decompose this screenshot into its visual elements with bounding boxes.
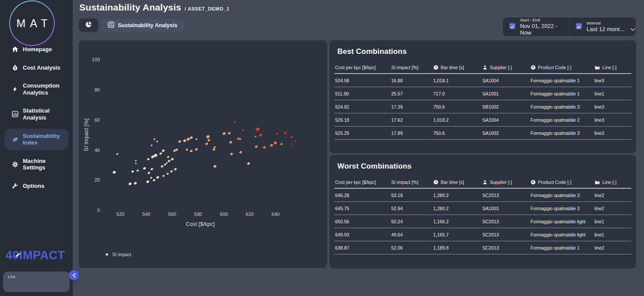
table-cell: 25.57 (391, 91, 433, 96)
table-cell: 17.62 (391, 117, 433, 123)
table-cell: SA1003 (482, 130, 531, 136)
table-cell: Formaggio spalmabile 2 (531, 117, 594, 123)
sidebar-item-consumption-analytics[interactable]: Consumption Analytics (4, 78, 68, 100)
clock-icon (433, 65, 439, 70)
table-cell: 17.39 (391, 104, 433, 109)
leaf-icon (11, 136, 18, 143)
sidebar-item-sustainability-index[interactable]: Sustainability Index (4, 129, 68, 150)
table-cell: SC2013 (482, 219, 531, 224)
table-cell: 53.18 (391, 193, 433, 198)
factory-line-icon (594, 64, 600, 70)
table-row: 650.5650.241,166.2SC2013Formaggio spalma… (334, 215, 631, 228)
clock-icon (433, 180, 439, 185)
table-cell: 524.82 (335, 104, 391, 109)
table-cell: Formaggio spalmabile 3 (531, 104, 594, 109)
table-cell: line1 (594, 91, 630, 96)
table-cell: SA1001 (482, 91, 531, 96)
svg-text:40: 40 (95, 148, 100, 153)
best-combinations-table: Cost per kpc [$/kpc]SI impact [%]Bar tim… (334, 61, 631, 140)
svg-text:SI Impact [%]: SI Impact [%] (83, 119, 89, 151)
page-title: Sustainability Analysis / ASSET_DEMO_1 (79, 2, 230, 13)
table-cell: 52.06 (391, 245, 433, 250)
app-logo: MAT (9, 0, 55, 46)
table-cell: line3 (594, 104, 630, 109)
brand-logo-text: 40IMPACT (6, 249, 65, 262)
interval-label: Interval (587, 21, 635, 25)
table-cell: SC2013 (482, 193, 531, 198)
table-cell: line3 (594, 78, 630, 83)
svg-text:Cost [$/kpc]: Cost [$/kpc] (186, 221, 215, 227)
table-cell: 1,189.8 (433, 245, 482, 250)
page-title-text: Sustainability Analysis (79, 2, 181, 13)
chevron-down-icon[interactable] (630, 26, 635, 32)
product-code-icon: P (531, 65, 536, 70)
table-cell: line2 (594, 193, 630, 198)
svg-text:P: P (532, 180, 534, 184)
table-cell: 717.0 (433, 91, 482, 96)
svg-text:100: 100 (92, 57, 100, 62)
calendar-interval-icon (575, 22, 583, 32)
supplier-icon (482, 65, 488, 70)
column-header: Line [-] (594, 64, 630, 70)
table-row: 645.7552.941,280.2SA1003Formaggio spalma… (334, 202, 631, 215)
table-cell: 645.75 (335, 206, 391, 211)
tab-overview[interactable] (79, 18, 98, 32)
table-cell: 1,280.2 (433, 193, 482, 198)
calendar-check-icon (509, 22, 516, 32)
sidebar-item-machine-settings[interactable]: Machine Settings (4, 154, 68, 175)
table-cell: Formaggio spalmabile 3 (531, 206, 594, 211)
sidebar-nav: Homepage $ Cost Analysis Consumption Ana… (0, 42, 73, 197)
table-cell: 52.94 (391, 206, 433, 211)
bolt-icon (11, 86, 18, 92)
svg-text:P: P (532, 66, 534, 69)
table-row: 646.2853.181,280.2SC2013Formaggio spalma… (334, 189, 631, 202)
tab-sustainability-analysis[interactable]: Sustainability Analysis (101, 18, 184, 32)
best-combinations-card: Best Combinations Cost per kpc [$/kpc]SI… (329, 40, 636, 153)
table-cell: SA1004 (482, 117, 531, 123)
tab-bar: Sustainability Analysis (79, 18, 184, 32)
date-range-picker[interactable]: Start - End Nov 01, 2022 - Now (503, 18, 569, 36)
sidebar-item-statistical-analysis[interactable]: Statistical Analysis (4, 103, 68, 125)
svg-text:620: 620 (246, 211, 254, 217)
table-cell: line1 (594, 219, 630, 224)
table-row: 524.5816.881,018.1SA1004Formaggio spalma… (334, 74, 631, 87)
column-header: Cost per kpc [$/kpc] (335, 65, 391, 70)
sidebar-item-options[interactable]: Options (4, 179, 68, 194)
sidebar-item-label: Homepage (23, 46, 52, 53)
table-row: 649.9349.641,165.7SC2013Formaggio spalma… (334, 228, 631, 241)
svg-text:520: 520 (117, 211, 124, 217)
table-cell: Formaggio spalmabile 3 (531, 193, 594, 198)
table-cell: 16.88 (391, 78, 433, 83)
table-cell: line2 (594, 206, 630, 211)
table-row: 511.9025.57717.0SA1001Formaggio spalmabi… (334, 87, 631, 100)
table-cell: Formaggio spalmabile 1 (531, 78, 594, 83)
interval-select[interactable]: Interval Last 12 mont... (570, 21, 636, 32)
table-cell: line1 (594, 232, 630, 237)
product-code-icon: P (531, 180, 536, 185)
column-header: Line [-] (594, 179, 630, 185)
column-header: Bar time [s] (433, 65, 482, 70)
column-header: Supplier [-] (482, 65, 531, 70)
table-cell: Formaggio spalmabile light (531, 219, 594, 224)
line-legend-label: Line (8, 275, 15, 279)
collapse-sidebar-button[interactable] (69, 270, 79, 280)
svg-text:SI impact: SI impact (112, 252, 131, 257)
best-combinations-title: Best Combinations (329, 40, 636, 56)
table-row: 526.1817.621,018.2SA1004Formaggio spalma… (334, 113, 631, 127)
table-cell: 526.18 (335, 117, 391, 123)
svg-text:$: $ (14, 67, 16, 70)
sidebar-item-label: Consumption Analytics (23, 82, 65, 96)
sidebar-item-label: Statistical Analysis (23, 107, 65, 121)
sidebar-item-homepage[interactable]: Homepage (4, 42, 68, 57)
table-cell: 638.87 (335, 245, 391, 250)
date-range-value: Nov 01, 2022 - Now (520, 23, 569, 36)
table-cell: SC2013 (482, 232, 531, 237)
column-header: Supplier [-] (482, 180, 531, 185)
chart-frame-icon (108, 21, 114, 29)
table-header-row: Cost per kpc [$/kpc]SI impact [%]Bar tim… (334, 176, 631, 189)
table-cell: 649.93 (335, 232, 391, 237)
brand-logo: 40IMPACT (6, 249, 65, 262)
table-cell: 1,166.2 (433, 219, 482, 224)
table-cell: 650.56 (335, 219, 391, 224)
sidebar-item-cost-analysis[interactable]: $ Cost Analysis (4, 60, 68, 75)
